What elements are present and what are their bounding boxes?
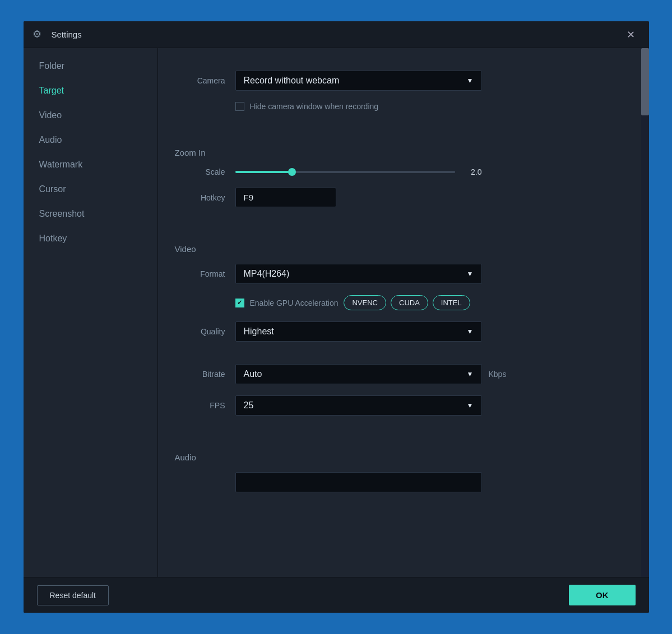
quality-label: Quality: [175, 327, 225, 336]
ok-button[interactable]: OK: [569, 585, 636, 605]
format-row: Format MP4(H264) ▼: [175, 264, 619, 284]
audio-input-placeholder: [235, 472, 482, 492]
slider-progress: [235, 171, 293, 173]
nvenc-button[interactable]: NVENC: [344, 295, 386, 310]
titlebar: ⚙ Settings ✕: [24, 21, 649, 48]
audio-placeholder-row: [175, 472, 619, 492]
quality-row: Quality Highest ▼: [175, 321, 619, 342]
fps-dropdown-arrow: ▼: [467, 402, 474, 409]
audio-section-label: Audio: [175, 453, 619, 462]
window-body: FolderTargetVideoAudioWatermarkCursorScr…: [24, 48, 649, 577]
gpu-checkbox[interactable]: ✓: [235, 299, 244, 307]
footer: Reset default OK: [24, 577, 649, 613]
main-area: Camera Record without webcam ▼ Hide came…: [158, 48, 649, 577]
gpu-checkmark: ✓: [237, 299, 242, 306]
sidebar-item-folder[interactable]: Folder: [24, 54, 157, 78]
quality-select[interactable]: Highest ▼: [235, 321, 482, 342]
format-value: MP4(H264): [244, 269, 290, 279]
camera-dropdown-arrow: ▼: [467, 77, 474, 85]
hotkey-input[interactable]: [235, 188, 336, 207]
bitrate-label: Bitrate: [175, 370, 225, 379]
scrollbar-track[interactable]: [641, 48, 649, 577]
quality-value: Highest: [244, 327, 274, 337]
fps-label: FPS: [175, 401, 225, 410]
hide-camera-label: Hide camera window when recording: [250, 102, 379, 111]
content-area: Camera Record without webcam ▼ Hide came…: [158, 48, 641, 577]
camera-label: Camera: [175, 76, 225, 85]
camera-select[interactable]: Record without webcam ▼: [235, 71, 482, 91]
bitrate-unit: Kbps: [489, 370, 507, 379]
sidebar-item-screenshot[interactable]: Screenshot: [24, 202, 157, 226]
sidebar-item-target[interactable]: Target: [24, 78, 157, 103]
hotkey-row: Hotkey: [175, 188, 619, 207]
sidebar: FolderTargetVideoAudioWatermarkCursorScr…: [24, 48, 158, 577]
bitrate-row: Bitrate Auto ▼ Kbps: [175, 364, 619, 384]
format-dropdown-arrow: ▼: [467, 270, 474, 278]
sidebar-item-audio[interactable]: Audio: [24, 128, 157, 152]
scale-label: Scale: [175, 167, 225, 176]
reset-default-button[interactable]: Reset default: [37, 585, 109, 605]
hide-camera-row: Hide camera window when recording: [235, 102, 619, 111]
gpu-row: ✓ Enable GPU Acceleration NVENC CUDA INT…: [235, 295, 619, 310]
quality-dropdown-arrow: ▼: [467, 328, 474, 335]
sidebar-item-video[interactable]: Video: [24, 103, 157, 128]
scale-slider-track[interactable]: [235, 171, 455, 173]
close-button[interactable]: ✕: [622, 26, 640, 44]
cuda-button[interactable]: CUDA: [391, 295, 428, 310]
bitrate-select[interactable]: Auto ▼: [235, 364, 482, 384]
settings-icon: ⚙: [33, 28, 46, 41]
fps-row: FPS 25 ▼: [175, 395, 619, 416]
fps-value: 25: [244, 400, 254, 411]
hide-camera-checkbox[interactable]: [235, 102, 244, 111]
gpu-buttons-group: NVENC CUDA INTEL: [344, 295, 470, 310]
gpu-label: Enable GPU Acceleration: [250, 299, 339, 307]
window-title: Settings: [52, 30, 622, 39]
format-select[interactable]: MP4(H264) ▼: [235, 264, 482, 284]
intel-button[interactable]: INTEL: [433, 295, 470, 310]
scrollbar-thumb[interactable]: [641, 48, 649, 115]
fps-select[interactable]: 25 ▼: [235, 395, 482, 416]
sidebar-item-hotkey[interactable]: Hotkey: [24, 226, 157, 251]
sidebar-item-cursor[interactable]: Cursor: [24, 177, 157, 202]
camera-row: Camera Record without webcam ▼: [175, 71, 619, 91]
hotkey-label: Hotkey: [175, 193, 225, 202]
video-section-label: Video: [175, 244, 619, 254]
bitrate-dropdown-arrow: ▼: [467, 370, 474, 378]
zoom-section-label: Zoom In: [175, 148, 619, 157]
settings-window: ⚙ Settings ✕ FolderTargetVideoAudioWater…: [22, 20, 650, 614]
scale-row: Scale 2.0: [175, 167, 619, 176]
bitrate-value: Auto: [244, 369, 262, 379]
format-label: Format: [175, 269, 225, 278]
camera-value: Record without webcam: [244, 76, 340, 86]
slider-thumb[interactable]: [288, 168, 296, 176]
scale-value: 2.0: [464, 167, 482, 176]
scale-slider-container: 2.0: [235, 167, 482, 176]
sidebar-item-watermark[interactable]: Watermark: [24, 152, 157, 177]
